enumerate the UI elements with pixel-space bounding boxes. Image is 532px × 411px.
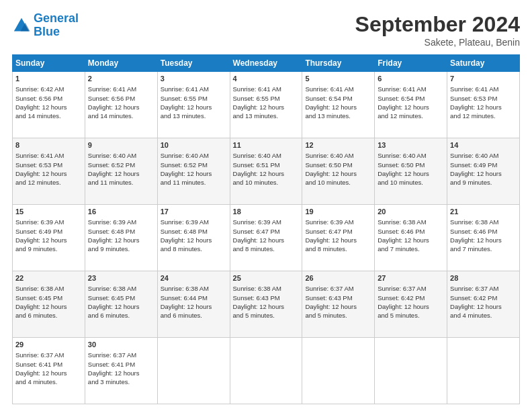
- sunset-label: Sunset: 6:55 PM: [233, 95, 280, 102]
- sunrise-label: Sunrise: 6:40 AM: [378, 152, 426, 159]
- sunset-label: Sunset: 6:52 PM: [88, 161, 135, 169]
- col-sunday: Sunday: [13, 55, 85, 72]
- day-number: 12: [305, 140, 371, 150]
- sunrise-label: Sunrise: 6:39 AM: [305, 218, 353, 226]
- sunrise-label: Sunrise: 6:41 AM: [233, 85, 281, 93]
- table-row: 15Sunrise: 6:39 AMSunset: 6:49 PMDayligh…: [13, 205, 85, 271]
- sunrise-label: Sunrise: 6:37 AM: [88, 351, 136, 359]
- day-number: 6: [378, 74, 444, 84]
- day-number: 14: [450, 140, 517, 150]
- sunrise-label: Sunrise: 6:38 AM: [161, 285, 209, 292]
- calendar-table: Sunday Monday Tuesday Wednesday Thursday…: [12, 54, 520, 404]
- daylight-label: Daylight: 12 hoursand 7 minutes.: [450, 236, 502, 253]
- table-row: 21Sunrise: 6:38 AMSunset: 6:46 PMDayligh…: [447, 205, 520, 271]
- sunrise-label: Sunrise: 6:40 AM: [450, 152, 498, 159]
- sunset-label: Sunset: 6:44 PM: [161, 294, 208, 302]
- sunrise-label: Sunrise: 6:41 AM: [15, 152, 64, 159]
- sunrise-label: Sunrise: 6:41 AM: [378, 85, 426, 93]
- sunrise-label: Sunrise: 6:39 AM: [161, 218, 209, 226]
- daylight-label: Daylight: 12 hoursand 9 minutes.: [450, 170, 502, 186]
- daylight-label: Daylight: 12 hoursand 10 minutes.: [233, 170, 285, 186]
- sunrise-label: Sunrise: 6:37 AM: [305, 285, 353, 292]
- day-number: 26: [305, 273, 371, 283]
- day-number: 7: [450, 74, 517, 84]
- day-number: 30: [88, 340, 154, 350]
- daylight-label: Daylight: 12 hoursand 12 minutes.: [15, 170, 67, 186]
- table-row: 24Sunrise: 6:38 AMSunset: 6:44 PMDayligh…: [157, 271, 230, 338]
- sunrise-label: Sunrise: 6:38 AM: [88, 285, 136, 292]
- day-number: 22: [15, 273, 82, 283]
- sunset-label: Sunset: 6:42 PM: [378, 294, 425, 302]
- sunrise-label: Sunrise: 6:41 AM: [450, 85, 498, 93]
- daylight-label: Daylight: 12 hoursand 5 minutes.: [378, 303, 429, 319]
- daylight-label: Daylight: 12 hoursand 6 minutes.: [161, 303, 212, 319]
- day-number: 29: [15, 340, 82, 350]
- calendar-page: General Blue September 2024 Sakete, Plat…: [0, 0, 532, 411]
- table-row: 11Sunrise: 6:40 AMSunset: 6:51 PMDayligh…: [230, 138, 302, 205]
- day-number: 20: [378, 207, 444, 217]
- daylight-label: Daylight: 12 hoursand 7 minutes.: [378, 236, 429, 253]
- daylight-label: Daylight: 12 hoursand 4 minutes.: [450, 303, 502, 319]
- sunset-label: Sunset: 6:41 PM: [15, 361, 62, 368]
- col-saturday: Saturday: [447, 55, 520, 72]
- col-monday: Monday: [85, 55, 157, 72]
- sunrise-label: Sunrise: 6:42 AM: [15, 85, 64, 93]
- daylight-label: Daylight: 12 hoursand 12 minutes.: [450, 103, 502, 120]
- daylight-label: Daylight: 12 hoursand 13 minutes.: [233, 103, 285, 120]
- day-number: 8: [15, 140, 82, 150]
- sunrise-label: Sunrise: 6:39 AM: [15, 218, 64, 226]
- sunset-label: Sunset: 6:48 PM: [88, 228, 135, 235]
- sunset-label: Sunset: 6:56 PM: [88, 95, 135, 102]
- sunset-label: Sunset: 6:54 PM: [305, 95, 352, 102]
- sunset-label: Sunset: 6:49 PM: [15, 228, 62, 235]
- sunset-label: Sunset: 6:51 PM: [233, 161, 280, 169]
- sunset-label: Sunset: 6:49 PM: [450, 161, 497, 169]
- table-row: 14Sunrise: 6:40 AMSunset: 6:49 PMDayligh…: [447, 138, 520, 205]
- sunrise-label: Sunrise: 6:41 AM: [88, 85, 136, 93]
- table-row: [157, 338, 230, 404]
- table-row: 22Sunrise: 6:38 AMSunset: 6:45 PMDayligh…: [13, 271, 85, 338]
- day-number: 2: [88, 74, 154, 84]
- title-area: September 2024 Sakete, Plateau, Benin: [355, 12, 520, 48]
- day-number: 19: [305, 207, 371, 217]
- daylight-label: Daylight: 12 hoursand 14 minutes.: [15, 103, 67, 120]
- sunrise-label: Sunrise: 6:38 AM: [233, 285, 281, 292]
- daylight-label: Daylight: 12 hoursand 12 minutes.: [378, 103, 429, 120]
- table-row: 7Sunrise: 6:41 AMSunset: 6:53 PMDaylight…: [447, 72, 520, 138]
- table-row: 29Sunrise: 6:37 AMSunset: 6:41 PMDayligh…: [13, 338, 85, 404]
- col-wednesday: Wednesday: [230, 55, 302, 72]
- sunset-label: Sunset: 6:47 PM: [305, 228, 352, 235]
- sunrise-label: Sunrise: 6:38 AM: [450, 218, 498, 226]
- col-thursday: Thursday: [302, 55, 375, 72]
- daylight-label: Daylight: 12 hoursand 5 minutes.: [233, 303, 285, 319]
- daylight-label: Daylight: 12 hoursand 14 minutes.: [88, 103, 140, 120]
- sunset-label: Sunset: 6:48 PM: [161, 228, 208, 235]
- sunrise-label: Sunrise: 6:40 AM: [305, 152, 353, 159]
- table-row: 19Sunrise: 6:39 AMSunset: 6:47 PMDayligh…: [302, 205, 375, 271]
- month-title: September 2024: [355, 12, 520, 37]
- daylight-label: Daylight: 12 hoursand 6 minutes.: [15, 303, 67, 319]
- daylight-label: Daylight: 12 hoursand 10 minutes.: [305, 170, 357, 186]
- sunrise-label: Sunrise: 6:40 AM: [161, 152, 209, 159]
- day-number: 10: [161, 140, 227, 150]
- day-number: 24: [161, 273, 227, 283]
- sunset-label: Sunset: 6:50 PM: [305, 161, 352, 169]
- sunset-label: Sunset: 6:52 PM: [161, 161, 208, 169]
- sunset-label: Sunset: 6:54 PM: [378, 95, 425, 102]
- table-row: 23Sunrise: 6:38 AMSunset: 6:45 PMDayligh…: [85, 271, 157, 338]
- daylight-label: Daylight: 12 hoursand 10 minutes.: [378, 170, 429, 186]
- col-friday: Friday: [375, 55, 447, 72]
- table-row: 12Sunrise: 6:40 AMSunset: 6:50 PMDayligh…: [302, 138, 375, 205]
- daylight-label: Daylight: 12 hoursand 8 minutes.: [161, 236, 212, 253]
- table-row: 1Sunrise: 6:42 AMSunset: 6:56 PMDaylight…: [13, 72, 85, 138]
- daylight-label: Daylight: 12 hoursand 13 minutes.: [161, 103, 212, 120]
- logo-icon: [12, 16, 31, 35]
- day-number: 15: [15, 207, 82, 217]
- daylight-label: Daylight: 12 hoursand 9 minutes.: [15, 236, 67, 253]
- day-number: 17: [161, 207, 227, 217]
- day-number: 1: [15, 74, 82, 84]
- table-row: 28Sunrise: 6:37 AMSunset: 6:42 PMDayligh…: [447, 271, 520, 338]
- table-row: 20Sunrise: 6:38 AMSunset: 6:46 PMDayligh…: [375, 205, 447, 271]
- daylight-label: Daylight: 12 hoursand 3 minutes.: [88, 369, 140, 385]
- day-number: 23: [88, 273, 154, 283]
